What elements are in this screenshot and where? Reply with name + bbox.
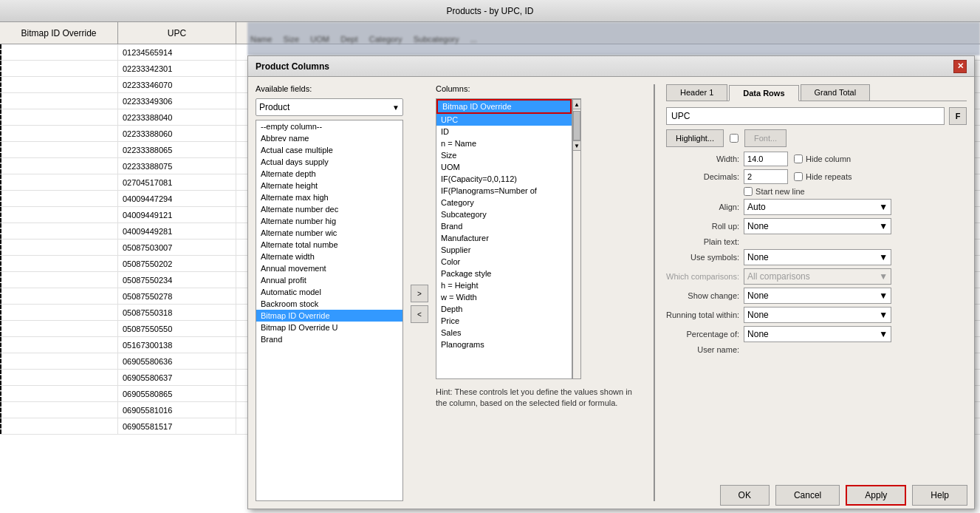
list-item[interactable]: Price [436,315,572,327]
list-item[interactable]: Alternate height [256,180,402,191]
list-item[interactable]: Color [436,256,572,268]
separator [654,84,655,501]
list-item[interactable]: Alternate number wic [256,227,402,239]
cell-bitmap [0,288,118,304]
start-new-line-row: Start new line [744,187,967,196]
cancel-button[interactable]: Cancel [775,485,840,506]
close-button[interactable]: ✕ [953,60,967,73]
list-item[interactable]: Planograms [436,339,572,350]
list-item[interactable]: Bitmap ID Override [256,310,402,322]
list-item[interactable]: Depth [436,303,572,315]
field-filter-dropdown[interactable]: Product ▼ [256,98,403,116]
scroll-up-icon[interactable]: ▲ [572,99,581,109]
list-item[interactable]: Alternate total numbe [256,239,402,251]
list-item[interactable]: Actual case multiple [256,144,402,156]
list-item[interactable]: Subcategory [436,208,572,220]
running-total-value: None [747,310,769,320]
dialog-body: Available fields: Product ▼ --empty colu… [248,77,974,509]
list-item[interactable]: Automatic model [256,286,402,298]
cell-bitmap [0,126,118,141]
cell-bitmap [0,321,118,336]
columns-scrollbar[interactable]: ▲ ▼ [572,98,581,379]
cell-bitmap [0,44,118,60]
list-item[interactable]: h = Height [436,279,572,291]
use-symbols-dropdown[interactable]: None ▼ [744,249,891,265]
title-bar: Products - by UPC, ID [0,0,980,22]
list-item[interactable]: Actual days supply [256,156,402,168]
list-item[interactable]: Bitmap ID Override [436,99,572,114]
hide-column-checkbox[interactable] [794,154,803,163]
list-item[interactable]: Size [436,149,572,161]
field-filter-value: Product [259,102,289,112]
list-item[interactable]: Brand [436,220,572,232]
move-right-button[interactable]: > [411,285,428,302]
cell-upc: 05167300138 [118,337,236,353]
align-dropdown[interactable]: Auto ▼ [744,199,891,215]
tab-header1[interactable]: Header 1 [666,84,727,101]
list-item[interactable]: Alternate width [256,251,402,262]
list-item[interactable]: UOM [436,161,572,173]
cell-upc: 04009449281 [118,223,236,239]
cell-bitmap [0,337,118,353]
list-item[interactable]: IF(Capacity=0,0,112) [436,173,572,185]
list-item[interactable]: Sales [436,327,572,339]
list-item[interactable]: UPC [436,114,572,126]
cell-bitmap [0,370,118,385]
highlight-font-row: Highlight... Font... [666,129,967,147]
percentage-of-dropdown[interactable]: None ▼ [744,326,891,342]
list-item[interactable]: --empty column-- [256,120,402,132]
running-total-dropdown[interactable]: None ▼ [744,307,891,323]
list-item[interactable]: Alternate depth [256,168,402,180]
cell-upc: 02233388075 [118,158,236,174]
list-item[interactable]: Abbrev name [256,132,402,144]
hint-text: Hint: These controls let you define the … [436,387,643,410]
width-input[interactable] [744,152,788,166]
f-button[interactable]: F [949,107,967,125]
list-item[interactable]: Alternate number hig [256,215,402,227]
cell-upc: 02233388040 [118,109,236,125]
list-item[interactable]: Supplier [436,244,572,256]
columns-list[interactable]: Bitmap ID OverrideUPCIDn = NameSizeUOMIF… [436,98,572,379]
list-item[interactable]: IF(Planograms=Number of [436,185,572,197]
font-checkbox[interactable] [730,134,739,143]
list-item[interactable]: Category [436,197,572,208]
show-change-dropdown[interactable]: None ▼ [744,288,891,304]
scroll-thumb[interactable] [573,111,580,140]
list-item[interactable]: Annual movement [256,262,402,274]
scroll-down-icon[interactable]: ▼ [572,140,581,151]
list-item[interactable]: Alternate max high [256,191,402,203]
list-item[interactable]: Alternate number dec [256,203,402,215]
move-left-button[interactable]: < [411,305,428,323]
highlight-button[interactable]: Highlight... [666,129,724,147]
start-new-line-checkbox[interactable] [744,187,753,196]
width-label: Width: [666,154,739,163]
list-item[interactable]: Manufacturer [436,232,572,244]
list-item[interactable]: Backroom stock [256,298,402,310]
list-item[interactable]: Annual profit [256,274,402,286]
rollup-dropdown[interactable]: None ▼ [744,218,891,234]
cell-bitmap [0,61,118,76]
font-button[interactable]: Font... [744,129,787,147]
tab-data-rows[interactable]: Data Rows [729,85,798,101]
decimals-input[interactable] [744,169,788,184]
cell-bitmap [0,174,118,190]
list-item[interactable]: Package style [436,268,572,279]
cell-bitmap [0,272,118,288]
cell-bitmap [0,353,118,369]
list-item[interactable]: Bitmap ID Override U [256,322,402,333]
ok-button[interactable]: OK [720,485,770,506]
hide-repeats-checkbox[interactable] [794,172,803,181]
field-list[interactable]: --empty column--Abbrev nameActual case m… [256,120,403,501]
list-item[interactable]: n = Name [436,137,572,149]
list-item[interactable]: ID [436,126,572,137]
apply-button[interactable]: Apply [846,485,906,506]
help-button[interactable]: Help [912,485,967,506]
properties-grid: Width: Hide column Decimals: Hide repeat… [666,152,967,354]
cell-upc: 05087550278 [118,288,236,304]
list-item[interactable]: Brand [256,333,402,345]
list-item[interactable]: w = Width [436,291,572,303]
cell-bitmap [0,402,118,418]
cell-upc: 02233388065 [118,142,236,157]
tab-grand-total[interactable]: Grand Total [801,84,871,101]
cell-upc: 05087550318 [118,305,236,320]
